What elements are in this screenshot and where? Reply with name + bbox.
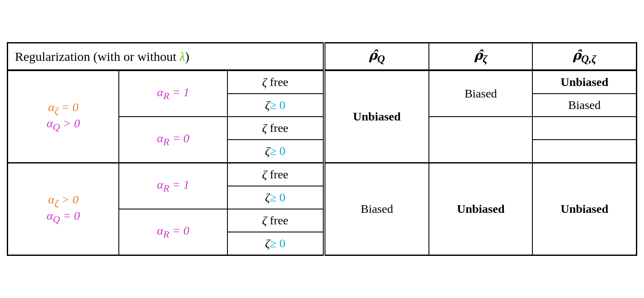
zeta-free-3: ζ free bbox=[227, 163, 324, 186]
zeta-free-4: ζ free bbox=[227, 209, 324, 232]
zeta-geq0-2: ζ≥ 0 bbox=[227, 140, 324, 163]
zeta-geq0-3: ζ≥ 0 bbox=[227, 186, 324, 209]
zeta-geq0-4: ζ≥ 0 bbox=[227, 232, 324, 255]
table-container: Regularization (with or without λ) ρ̂Q ρ… bbox=[7, 42, 637, 256]
alpha-r-1-cell-g1: αR = 1 bbox=[119, 70, 227, 117]
zeta-geq0-1: ζ≥ 0 bbox=[227, 94, 324, 117]
header-rho-qzeta: ρ̂Q,ζ bbox=[532, 43, 636, 71]
alpha-r-0-cell-g2: αR = 0 bbox=[119, 209, 227, 255]
rho-zeta-biased-g1r2 bbox=[429, 117, 532, 163]
rho-q-unbiased-g1: Unbiased bbox=[324, 70, 429, 163]
rho-q-biased-g2: Biased bbox=[324, 163, 429, 255]
rho-qzeta-g1r4 bbox=[532, 140, 636, 163]
header-row: Regularization (with or without λ) ρ̂Q ρ… bbox=[8, 43, 637, 71]
alpha-zeta-pos-cell: αζ > 0 αQ = 0 bbox=[8, 163, 119, 255]
rho-zeta-unbiased-g2: Unbiased bbox=[429, 163, 532, 255]
header-col1: Regularization (with or without λ) bbox=[8, 43, 324, 71]
header-rho-q: ρ̂Q bbox=[324, 43, 429, 71]
header-rho-zeta: ρ̂ζ bbox=[429, 43, 532, 71]
table-row: αζ = 0 αQ > 0 αR = 1 ζ free Unbiased Bia… bbox=[8, 70, 637, 94]
table-row: αζ > 0 αQ = 0 αR = 1 ζ free Biased Unbia… bbox=[8, 163, 637, 186]
main-table: Regularization (with or without λ) ρ̂Q ρ… bbox=[7, 42, 637, 256]
rho-qzeta-g1r3 bbox=[532, 117, 636, 140]
rho-qzeta-biased-g1r2: Biased bbox=[532, 94, 636, 117]
zeta-free-1: ζ free bbox=[227, 70, 324, 94]
alpha-zeta-0-cell: αζ = 0 αQ > 0 bbox=[8, 70, 119, 163]
alpha-r-0-cell-g1: αR = 0 bbox=[119, 117, 227, 163]
zeta-free-2: ζ free bbox=[227, 117, 324, 140]
alpha-r-1-cell-g2: αR = 1 bbox=[119, 163, 227, 209]
rho-zeta-biased-g1: Biased bbox=[429, 70, 532, 117]
lambda-symbol: λ bbox=[180, 49, 185, 63]
rho-qzeta-unbiased-g2: Unbiased bbox=[532, 163, 636, 255]
rho-qzeta-unbiased-g1r1: Unbiased bbox=[532, 70, 636, 94]
